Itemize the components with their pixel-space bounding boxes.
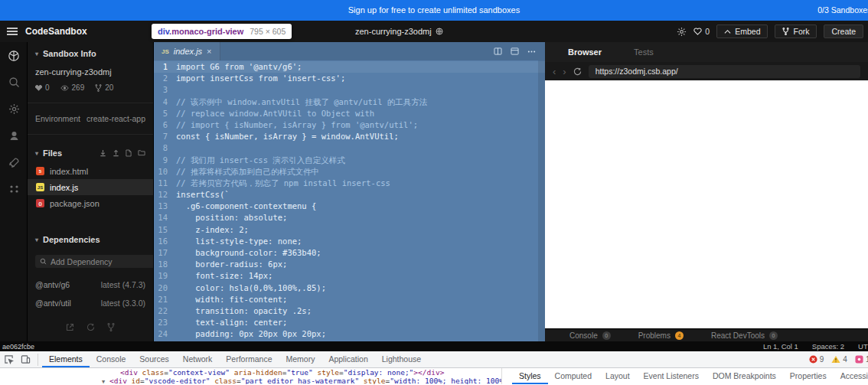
- settings-gear-icon[interactable]: [677, 27, 687, 37]
- embed-button[interactable]: Embed: [716, 24, 768, 38]
- console-tab-problems[interactable]: Problems4: [638, 331, 684, 340]
- code-line[interactable]: 8: [154, 142, 545, 154]
- device-toolbar-icon[interactable]: [17, 351, 34, 367]
- styles-pane-tab-computed[interactable]: Computed: [548, 368, 599, 384]
- forward-button[interactable]: ›: [563, 67, 566, 77]
- code-line[interactable]: 20 color: hsla(0,0%,100%,.85);: [154, 282, 545, 294]
- code-lines: 1import G6 from '@antv/g6';2import inser…: [154, 60, 545, 341]
- code-line[interactable]: 12insertCss(`: [154, 189, 545, 201]
- styles-pane-tab-accessibility[interactable]: Accessibility: [834, 368, 868, 384]
- create-button[interactable]: Create: [824, 24, 863, 38]
- code-line[interactable]: 15 z-index: 2;: [154, 224, 545, 236]
- dom-node[interactable]: ▼<div id="vscode-editor" class="part edi…: [0, 377, 501, 385]
- sandbox-title[interactable]: zen-currying-z3odmj: [355, 21, 443, 42]
- expand-arrow-icon[interactable]: ▼: [102, 378, 109, 385]
- dependency-item[interactable]: @antv/utillatest (3.3.0): [28, 294, 153, 312]
- new-folder-icon[interactable]: [138, 149, 145, 157]
- code-line[interactable]: 16 list-style-type: none;: [154, 236, 545, 247]
- split-view-icon[interactable]: [494, 47, 502, 55]
- settings-icon[interactable]: [0, 96, 28, 122]
- indentation-setting[interactable]: Spaces: 2: [812, 342, 844, 351]
- code-line[interactable]: 1import G6 from '@antv/g6';: [154, 61, 545, 73]
- devtools-tab-memory[interactable]: Memory: [279, 351, 321, 367]
- console-tab-console[interactable]: Console0: [569, 331, 611, 340]
- devtools-tab-performance[interactable]: Performance: [219, 351, 279, 367]
- devtools-tab-network[interactable]: Network: [176, 351, 220, 367]
- deployment-rocket-icon[interactable]: [0, 149, 28, 176]
- devtools-tab-elements[interactable]: Elements: [42, 351, 90, 367]
- js-file-icon: JS: [162, 48, 169, 55]
- file-item[interactable]: JSindex.js: [28, 179, 153, 195]
- devtools-tab-sources[interactable]: Sources: [132, 351, 176, 367]
- code-line[interactable]: 19 font-size: 14px;: [154, 270, 545, 282]
- layout-icon[interactable]: [511, 47, 519, 55]
- code-line[interactable]: 21 width: fit-content;: [154, 294, 545, 305]
- inspect-element-icon[interactable]: [0, 351, 17, 367]
- upload-file-icon[interactable]: [113, 149, 119, 157]
- code-line[interactable]: 24 padding: 0px 20px 0px 20px;: [154, 328, 545, 340]
- code-line[interactable]: 5// replace window.AntVUtil to Object wi…: [154, 108, 545, 119]
- dependency-name: @antv/util: [35, 299, 71, 308]
- url-bar[interactable]: https://z3odmj.csb.app/: [589, 65, 860, 78]
- fork-icon[interactable]: [107, 323, 115, 331]
- styles-pane-tab-event-listeners[interactable]: Event Listeners: [637, 368, 706, 384]
- code-line[interactable]: 13 .g6-component-contextmenu {: [154, 201, 545, 212]
- file-item[interactable]: {}package.json: [28, 195, 153, 211]
- dependencies-section-header[interactable]: ▾ Dependencies: [28, 228, 153, 249]
- code-line[interactable]: 6// import { isNumber, isArray } from '@…: [154, 119, 545, 131]
- devtools-tab-application[interactable]: Application: [321, 351, 374, 367]
- code-line[interactable]: 23 text-align: center;: [154, 317, 545, 328]
- refresh-icon[interactable]: [573, 67, 582, 76]
- like-button[interactable]: 0: [693, 27, 710, 36]
- preview-tab-tests[interactable]: Tests: [634, 47, 654, 57]
- server-control-icon[interactable]: [0, 176, 28, 203]
- code-line[interactable]: 22 transition: opacity .2s;: [154, 305, 545, 317]
- add-dependency-search[interactable]: [35, 255, 154, 268]
- line-text: background-color: #363b40;: [176, 247, 321, 259]
- code-line[interactable]: 7const { isNumber, isArray } = window.An…: [154, 131, 545, 142]
- code-line[interactable]: 10// 推荐将样式添加到自己的样式文件中: [154, 166, 545, 178]
- devtools-tab-console[interactable]: Console: [90, 351, 133, 367]
- encoding-setting[interactable]: UTF-8: [858, 342, 868, 351]
- error-count-badge[interactable]: 9: [809, 355, 824, 364]
- files-section-header[interactable]: ▾ Files: [28, 141, 153, 163]
- code-line[interactable]: 4// 该示例中 window.antvUtil 挂载了 @antv/util …: [154, 96, 545, 108]
- styles-pane-tab-styles[interactable]: Styles: [512, 368, 548, 384]
- sandbox-name[interactable]: zen-currying-z3odmj: [28, 63, 153, 83]
- code-line[interactable]: 9// 我们用 insert-css 演示引入自定义样式: [154, 155, 545, 166]
- download-file-icon[interactable]: [100, 149, 106, 157]
- code-line[interactable]: 14 position: absolute;: [154, 212, 545, 223]
- code-line[interactable]: 18 border-radius: 6px;: [154, 259, 545, 270]
- search-icon[interactable]: [0, 69, 28, 96]
- code-line[interactable]: 3: [154, 84, 545, 96]
- cursor-position[interactable]: Ln 1, Col 1: [763, 342, 798, 351]
- console-tab-react-devtools[interactable]: React DevTools0: [711, 331, 778, 340]
- back-button[interactable]: ‹: [553, 67, 556, 77]
- refresh-icon[interactable]: [86, 323, 95, 331]
- devtools-tab-lighthouse[interactable]: Lighthouse: [375, 351, 428, 367]
- signup-banner[interactable]: Sign up for free to create unlimited san…: [0, 0, 868, 21]
- warning-count-badge[interactable]: 4: [831, 355, 847, 364]
- styles-pane-tab-dom-breakpoints[interactable]: DOM Breakpoints: [706, 368, 783, 384]
- code-line[interactable]: 2import insertCss from 'insert-css';: [154, 73, 545, 84]
- close-tab-icon[interactable]: ×: [207, 47, 211, 56]
- dependency-item[interactable]: @antv/g6latest (4.7.3): [28, 276, 153, 294]
- preview-tab-browser[interactable]: Browser: [568, 47, 602, 57]
- styles-pane-tab-properties[interactable]: Properties: [783, 368, 834, 384]
- editor-scrollbar[interactable]: [538, 60, 545, 341]
- fork-button[interactable]: Fork: [775, 24, 817, 38]
- file-item[interactable]: 5index.html: [28, 163, 153, 179]
- more-actions-icon[interactable]: [527, 51, 536, 53]
- add-dependency-input[interactable]: [51, 257, 154, 266]
- styles-pane-tab-layout[interactable]: Layout: [599, 368, 637, 384]
- issues-count-badge[interactable]: 10: [855, 355, 868, 364]
- menu-icon[interactable]: [7, 26, 18, 38]
- new-file-icon[interactable]: [126, 149, 132, 157]
- export-icon[interactable]: [66, 323, 74, 331]
- project-overview-icon[interactable]: [0, 42, 28, 69]
- editor-tab-indexjs[interactable]: JS index.js ×: [154, 42, 220, 60]
- sandbox-info-header[interactable]: ▾ Sandbox Info: [28, 42, 153, 63]
- code-line[interactable]: 11// 若拷贝官方代码，别忘了 npm install insert-css: [154, 178, 545, 189]
- live-session-icon[interactable]: [0, 122, 28, 149]
- code-line[interactable]: 17 background-color: #363b40;: [154, 247, 545, 259]
